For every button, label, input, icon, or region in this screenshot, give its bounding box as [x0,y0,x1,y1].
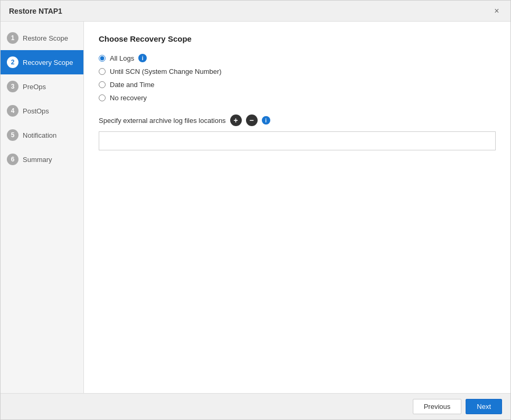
dialog-footer: Previous Next [1,393,510,419]
radio-date-time[interactable] [99,81,106,88]
sidebar-item-summary[interactable]: 6 Summary [1,147,83,171]
radio-no-recovery[interactable] [99,94,106,101]
sidebar-item-preops[interactable]: 3 PreOps [1,74,83,99]
radio-item-date-time: Date and Time [99,81,496,89]
radio-label-until-scn[interactable]: Until SCN (System Change Number) [110,68,222,75]
sidebar-label-2: Recovery Scope [23,59,73,66]
sidebar-item-notification[interactable]: 5 Notification [1,123,83,147]
radio-label-all-logs[interactable]: All Logs [110,54,134,62]
sidebar-label-1: Restore Scope [23,34,68,42]
radio-label-date-time[interactable]: Date and Time [110,81,155,89]
next-button[interactable]: Next [466,399,502,414]
sidebar-label-3: PreOps [23,83,46,91]
info-icon-all-logs[interactable]: i [138,54,147,62]
main-content: Choose Recovery Scope All Logs i Until S… [84,22,510,393]
archive-label-row: Specify external archive log files locat… [99,114,496,126]
dialog-title: Restore NTAP1 [9,7,62,15]
sidebar-label-5: Notification [23,131,56,139]
close-button[interactable]: × [491,6,502,16]
step-num-1: 1 [7,32,18,44]
radio-until-scn[interactable] [99,68,106,75]
add-archive-button[interactable]: + [230,114,242,126]
section-title: Choose Recovery Scope [99,34,496,43]
radio-all-logs[interactable] [99,55,106,62]
radio-item-until-scn: Until SCN (System Change Number) [99,68,496,75]
archive-input[interactable] [99,131,496,150]
sidebar-item-postops[interactable]: 4 PostOps [1,99,83,123]
radio-group: All Logs i Until SCN (System Change Numb… [99,54,496,102]
previous-button[interactable]: Previous [413,399,462,414]
sidebar-label-6: Summary [23,156,52,164]
radio-item-all-logs: All Logs i [99,54,496,62]
step-num-3: 3 [7,81,18,92]
remove-archive-button[interactable]: − [246,114,258,126]
step-num-4: 4 [7,105,18,117]
archive-section: Specify external archive log files locat… [99,114,496,150]
dialog-body: 1 Restore Scope 2 Recovery Scope 3 PreOp… [1,22,510,393]
title-bar: Restore NTAP1 × [1,1,510,22]
dialog: Restore NTAP1 × 1 Restore Scope 2 Recove… [0,0,511,420]
step-num-2: 2 [7,56,18,68]
sidebar: 1 Restore Scope 2 Recovery Scope 3 PreOp… [1,22,84,393]
info-icon-archive[interactable]: i [262,116,270,125]
sidebar-label-4: PostOps [23,107,49,115]
step-num-5: 5 [7,129,18,141]
sidebar-item-restore-scope[interactable]: 1 Restore Scope [1,26,83,50]
radio-item-no-recovery: No recovery [99,94,496,102]
step-num-6: 6 [7,154,18,165]
archive-label: Specify external archive log files locat… [99,117,226,125]
radio-label-no-recovery[interactable]: No recovery [110,94,147,102]
sidebar-item-recovery-scope[interactable]: 2 Recovery Scope [1,50,83,74]
